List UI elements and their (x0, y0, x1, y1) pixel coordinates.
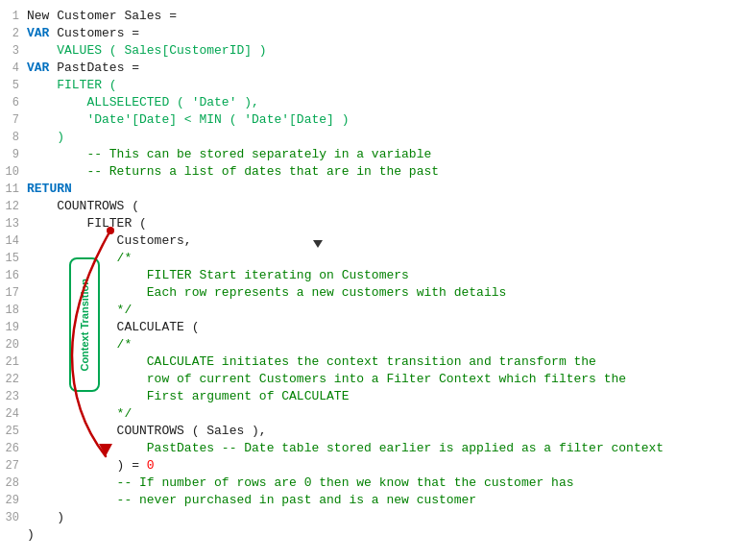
code-token: -- Returns a list of dates that are in t… (27, 163, 439, 181)
code-editor: 1New Customer Sales = 2VAR Customers = 3… (0, 0, 749, 560)
code-token: 'Date'[Date] < MIN ( 'Date'[Date] ) (27, 111, 349, 129)
line-number: 17 (0, 284, 27, 302)
line-number: 19 (0, 319, 27, 336)
table-row: 11RETURN (0, 181, 749, 198)
line-number: 10 (0, 163, 27, 181)
code-token: FILTER ( (27, 77, 117, 94)
table-row: 5 FILTER ( (0, 77, 749, 94)
line-number: 21 (0, 353, 27, 371)
line-number: 22 (0, 371, 27, 388)
table-row: 30 ) (0, 509, 749, 526)
code-token: ) (27, 526, 35, 544)
table-row: 8 ) (0, 129, 749, 146)
line-number: 7 (0, 111, 27, 129)
table-row: 7 'Date'[Date] < MIN ( 'Date'[Date] ) (0, 111, 749, 129)
line-number: 25 (0, 423, 27, 440)
table-row: 12 COUNTROWS ( (0, 198, 749, 215)
line-number: 24 (0, 405, 27, 423)
line-number: 20 (0, 336, 27, 353)
code-token: ALLSELECTED ( 'Date' ), (27, 94, 259, 111)
code-token: ) (27, 129, 64, 146)
line-number: 12 (0, 198, 27, 215)
line-number: 8 (0, 129, 27, 146)
code-token: New Customer Sales = (27, 8, 184, 25)
context-transition-arrow (53, 221, 168, 490)
table-row: 9 -- This can be stored separately in a … (0, 146, 749, 163)
line-number: 15 (0, 250, 27, 267)
table-row: 1New Customer Sales = (0, 8, 749, 25)
line-number: 11 (0, 181, 27, 198)
code-token: VALUES ( Sales[CustomerID] ) (27, 42, 267, 60)
table-row: 2VAR Customers = (0, 25, 749, 42)
table-row: 6 ALLSELECTED ( 'Date' ), (0, 94, 749, 111)
line-number: 23 (0, 388, 27, 405)
line-number: 13 (0, 215, 27, 232)
table-row: 10 -- Returns a list of dates that are i… (0, 163, 749, 181)
line-number: 2 (0, 25, 27, 42)
table-row: 29 -- never purchased in past and is a n… (0, 492, 749, 509)
code-token: -- This can be stored separately in a va… (27, 146, 431, 163)
svg-point-1 (107, 227, 114, 234)
line-number: 5 (0, 77, 27, 94)
table-row: 3 VALUES ( Sales[CustomerID] ) (0, 42, 749, 60)
line-number: 28 (0, 475, 27, 492)
line-number: 14 (0, 232, 27, 250)
code-token: Customers = (57, 25, 147, 42)
line-number: 30 (0, 509, 27, 526)
table-row: ) (0, 526, 749, 544)
code-token: RETURN (27, 181, 72, 198)
line-number: 16 (0, 267, 27, 284)
code-token: PastDates = (57, 60, 147, 77)
code-token: ) (27, 509, 64, 526)
line-number: 1 (0, 8, 27, 25)
line-number: 18 (0, 302, 27, 319)
line-number: 27 (0, 457, 27, 475)
line-number: 6 (0, 94, 27, 111)
line-number: 29 (0, 492, 27, 509)
line-number: 4 (0, 60, 27, 77)
code-token: COUNTROWS ( (27, 198, 139, 215)
code-token: VAR (27, 60, 57, 77)
code-token: -- never purchased in past and is a new … (27, 492, 476, 509)
line-number: 3 (0, 42, 27, 60)
mouse-cursor (313, 240, 323, 248)
line-number: 9 (0, 146, 27, 163)
table-row: 4VAR PastDates = (0, 60, 749, 77)
code-token: VAR (27, 25, 57, 42)
line-number: 26 (0, 440, 27, 457)
